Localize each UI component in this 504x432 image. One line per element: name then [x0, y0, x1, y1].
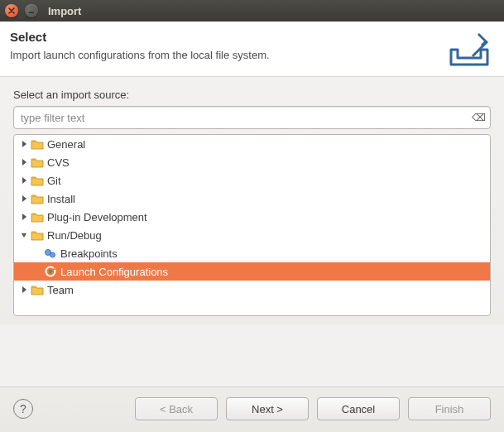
wizard-header: Select Import launch configurations from…: [0, 22, 504, 77]
filter-input[interactable]: [13, 106, 491, 129]
svg-point-2: [50, 252, 55, 257]
tree-item-label: Breakpoints: [60, 247, 118, 260]
source-label: Select an import source:: [13, 89, 491, 101]
tree-item[interactable]: Git: [14, 171, 490, 190]
disclosure-triangle-icon[interactable]: [19, 285, 29, 295]
folder-icon: [31, 138, 44, 150]
wizard-footer: ? < Back Next > Cancel Finish: [0, 386, 504, 432]
clear-icon[interactable]: ⌫: [472, 112, 486, 123]
tree-item[interactable]: Install: [14, 190, 490, 208]
tree-item[interactable]: Run/Debug: [14, 226, 490, 244]
disclosure-triangle-icon[interactable]: [19, 139, 29, 149]
folder-icon: [31, 193, 44, 204]
page-subtitle: Import launch configurations from the lo…: [10, 49, 491, 61]
tree-item-label: Plug-in Development: [47, 211, 147, 223]
help-button[interactable]: ?: [13, 399, 33, 419]
back-button[interactable]: < Back: [135, 397, 218, 420]
import-banner-icon: [446, 30, 492, 74]
tree-item-label: Install: [47, 193, 75, 205]
disclosure-triangle-icon[interactable]: [19, 175, 29, 185]
import-source-tree[interactable]: GeneralCVSGitInstallPlug-in DevelopmentR…: [13, 134, 491, 316]
launch-config-icon: [44, 265, 57, 278]
next-button[interactable]: Next >: [226, 397, 309, 420]
folder-icon: [31, 211, 44, 223]
svg-rect-0: [29, 12, 34, 14]
disclosure-triangle-icon[interactable]: [19, 157, 29, 167]
tree-item-label: Run/Debug: [47, 229, 102, 242]
minimize-window-button[interactable]: [25, 4, 38, 17]
disclosure-triangle-icon[interactable]: [19, 194, 29, 204]
window-title: Import: [48, 5, 81, 17]
wizard-body: Select an import source: ⌫ GeneralCVSGit…: [0, 77, 504, 324]
tree-item-label: CVS: [47, 156, 70, 169]
tree-item[interactable]: Team: [14, 281, 490, 299]
tree-item[interactable]: Plug-in Development: [14, 208, 490, 226]
tree-item[interactable]: CVS: [14, 153, 490, 171]
tree-item-label: Launch Configurations: [60, 266, 168, 278]
tree-item[interactable]: Launch Configurations: [14, 262, 490, 281]
folder-icon: [31, 229, 44, 241]
tree-item[interactable]: Breakpoints: [14, 244, 490, 262]
titlebar: Import: [0, 0, 504, 22]
tree-item-label: Team: [47, 284, 74, 296]
tree-item[interactable]: General: [14, 135, 490, 153]
disclosure-triangle-icon[interactable]: [19, 212, 29, 222]
folder-icon: [31, 284, 44, 295]
disclosure-triangle-icon[interactable]: [19, 230, 29, 240]
close-window-button[interactable]: [5, 4, 18, 17]
tree-item-label: General: [47, 138, 85, 151]
breakpoints-icon: [44, 247, 57, 260]
page-title: Select: [10, 30, 491, 44]
tree-item-label: Git: [47, 175, 61, 187]
cancel-button[interactable]: Cancel: [317, 397, 400, 420]
folder-icon: [31, 156, 44, 168]
finish-button[interactable]: Finish: [408, 397, 491, 420]
folder-icon: [31, 175, 44, 186]
